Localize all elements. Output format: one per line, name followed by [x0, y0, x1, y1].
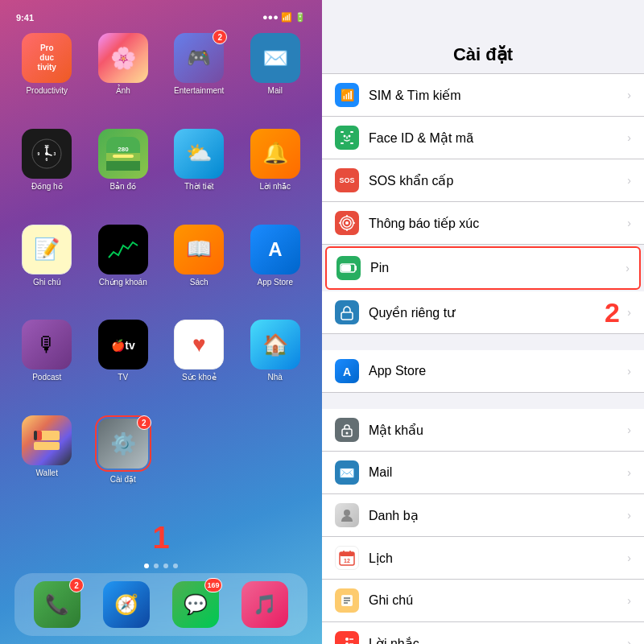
app-label-wallet: Wallet: [36, 469, 58, 477]
settings-highlight-border: ⚙️ 2: [95, 415, 151, 472]
label-appstore: App Store: [369, 364, 624, 378]
app-maps[interactable]: 280 Bản đồ: [89, 129, 159, 218]
app-icon-appstore: A: [250, 225, 300, 275]
svg-rect-18: [34, 431, 37, 440]
page-dots: [8, 559, 314, 573]
svg-text:A: A: [268, 238, 282, 260]
label-contacts: Danh bạ: [369, 508, 624, 523]
settings-panel: Cài đặt 📶 SIM & Tìm kiếm ›: [322, 0, 644, 644]
app-weather[interactable]: ⛅ Thời tiết: [164, 129, 234, 218]
settings-row-contacts[interactable]: Danh bạ ›: [322, 494, 644, 537]
separator-1: [322, 334, 644, 350]
app-label-reminders: Lời nhắc: [259, 182, 291, 191]
svg-rect-20: [341, 131, 344, 133]
app-icon-podcast: 🎙: [22, 320, 72, 369]
settings-row-calendar[interactable]: 12 Lịch ›: [322, 537, 644, 580]
svg-rect-43: [340, 552, 354, 556]
svg-rect-19: [34, 442, 60, 450]
app-icon-books: 📖: [174, 225, 224, 275]
status-bar: 9:41 ●●● 📶 🔋: [8, 8, 314, 27]
app-label-maps: Bản đồ: [109, 182, 136, 191]
badge-settings: 2: [137, 415, 151, 430]
icon-notes-settings: [335, 588, 359, 613]
svg-point-51: [345, 638, 349, 641]
app-clock[interactable]: 12 6 9 3 Đồng hồ: [12, 129, 82, 218]
settings-row-notes[interactable]: Ghi chú ›: [322, 580, 644, 622]
app-label-podcast: Podcast: [32, 373, 61, 382]
app-productivity[interactable]: Productivity Productivity: [12, 33, 82, 122]
settings-row-appstore[interactable]: A App Store ›: [322, 350, 644, 393]
dock-messages[interactable]: 💬 169: [172, 581, 219, 628]
app-reminders-dock[interactable]: 🔔 Lời nhắc: [241, 129, 311, 218]
step-1-area: 1: [8, 518, 314, 559]
settings-row-privacy[interactable]: Quyền riêng tư ›: [322, 291, 644, 334]
settings-row-faceid[interactable]: Face ID & Mật mã ›: [322, 117, 644, 159]
chevron-appstore: ›: [627, 365, 631, 378]
settings-title: Cài đặt: [335, 44, 631, 65]
icon-mail-settings: ✉️: [335, 460, 359, 485]
app-settings-highlighted[interactable]: ⚙️ 2 Cài đặt: [89, 415, 159, 511]
svg-rect-11: [106, 161, 140, 171]
svg-text:280: 280: [118, 146, 129, 153]
step-1-label: 1: [152, 521, 169, 555]
app-anh[interactable]: 🌸 Ảnh: [89, 33, 159, 122]
app-appstore[interactable]: A App Store: [241, 225, 311, 314]
app-books[interactable]: 📖 Sách: [164, 225, 234, 314]
app-icon-weather: ⛅: [174, 129, 224, 179]
svg-point-25: [349, 135, 351, 138]
app-label-clock: Đồng hồ: [31, 182, 63, 191]
settings-row-sim[interactable]: 📶 SIM & Tìm kiếm ›: [322, 74, 644, 117]
app-appletv[interactable]: 🍎tv TV: [89, 320, 159, 409]
app-podcast[interactable]: 🎙 Podcast: [12, 320, 82, 409]
app-ghichu[interactable]: 📝 Ghi chú: [12, 225, 82, 314]
app-icon-productivity: Productivity: [22, 33, 72, 83]
settings-row-mail[interactable]: ✉️ Mail ›: [322, 452, 644, 494]
app-label-home: Nhà: [268, 373, 283, 382]
chevron-exposure: ›: [627, 217, 631, 229]
app-label-books: Sách: [190, 278, 208, 287]
dock-safari[interactable]: 🧭: [103, 581, 150, 628]
app-label-health: Sức khoẻ: [182, 373, 217, 382]
chevron-notes: ›: [627, 594, 631, 607]
app-wallet[interactable]: Wallet: [12, 415, 82, 511]
app-icon-appletv: 🍎tv: [98, 320, 148, 369]
icon-privacy: [335, 300, 359, 324]
settings-row-exposure[interactable]: Thông báo tiếp xúc ›: [322, 202, 644, 245]
app-icon-reminders: 🔔: [250, 129, 300, 179]
dock-music[interactable]: 🎵: [242, 581, 288, 628]
svg-text:3: 3: [54, 151, 56, 156]
app-entertainment[interactable]: 🎮 2 Entertainment: [164, 33, 234, 122]
svg-text:6: 6: [46, 157, 48, 162]
chevron-password: ›: [627, 423, 631, 436]
svg-point-40: [346, 432, 349, 435]
svg-rect-21: [350, 131, 353, 133]
settings-list[interactable]: 📶 SIM & Tìm kiếm › Face ID & Mật mã: [322, 74, 644, 644]
app-label-productivity: Productivity: [26, 86, 68, 95]
icon-faceid: [335, 126, 359, 150]
settings-row-reminders[interactable]: Lời nhắc ›: [322, 622, 644, 644]
chevron-privacy: ›: [627, 306, 631, 319]
dock-phone[interactable]: 📞 2: [34, 581, 80, 628]
label-sim: SIM & Tìm kiếm: [369, 88, 624, 103]
app-label-weather: Thời tiết: [184, 182, 213, 191]
app-icon-mail: ✉️: [250, 33, 300, 83]
status-icons: ●●● 📶 🔋: [262, 12, 306, 23]
icon-reminders-settings: [335, 631, 359, 644]
app-label-anh: Ảnh: [116, 86, 130, 95]
app-icon-ghichu: 📝: [22, 225, 72, 275]
svg-rect-13: [113, 155, 134, 158]
settings-row-password[interactable]: Mật khẩu ›: [322, 409, 644, 452]
svg-point-41: [344, 510, 350, 516]
chevron-mail: ›: [627, 466, 631, 479]
label-calendar: Lịch: [369, 551, 624, 566]
settings-row-battery-highlighted[interactable]: Pin ›: [325, 246, 641, 290]
svg-text:9: 9: [38, 151, 40, 156]
app-stocks[interactable]: Chứng khoán: [89, 225, 159, 314]
dot-2: [154, 564, 159, 568]
app-icon-stocks: [98, 225, 148, 275]
app-home[interactable]: 🏠 Nhà: [241, 320, 311, 409]
app-health[interactable]: ♥ Sức khoẻ: [164, 320, 234, 409]
settings-row-sos[interactable]: SOS SOS khẩn cấp ›: [322, 159, 644, 202]
label-password: Mật khẩu: [369, 423, 624, 438]
app-mail[interactable]: ✉️ Mail: [241, 33, 311, 122]
